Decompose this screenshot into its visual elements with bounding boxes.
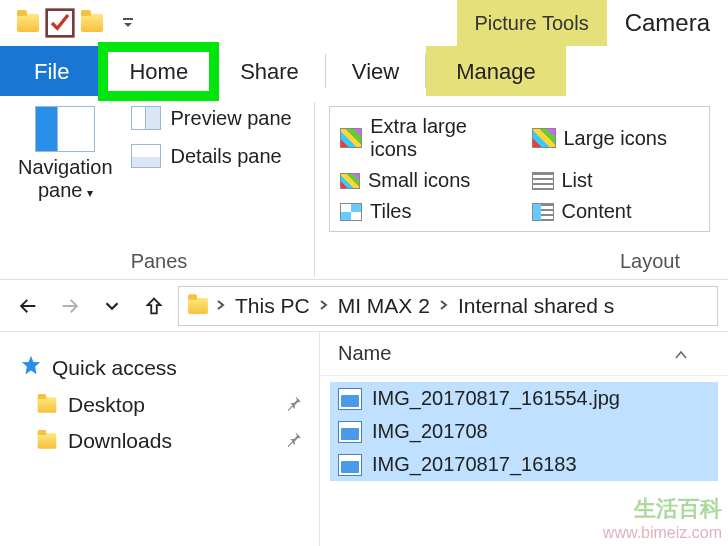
folder-app-icon (12, 7, 44, 39)
ribbon: Navigation pane▾ Preview pane Details pa… (0, 96, 728, 280)
properties-check-icon[interactable] (44, 7, 76, 39)
sidebar-quick-access-label: Quick access (52, 356, 177, 380)
tab-home-label: Home (129, 59, 188, 85)
layout-list[interactable]: List (532, 169, 700, 192)
forward-button[interactable] (52, 288, 88, 324)
watermark-line2: www.bimeiz.com (603, 524, 722, 542)
tab-manage[interactable]: Manage (426, 46, 566, 96)
tab-home[interactable]: Home (103, 46, 214, 96)
breadcrumb-device[interactable]: MI MAX 2 (334, 294, 434, 318)
file-row[interactable]: IMG_20170817_161554.jpg (330, 382, 718, 415)
address-bar[interactable]: This PC MI MAX 2 Internal shared s (178, 286, 718, 326)
sidebar-desktop-label: Desktop (68, 393, 145, 417)
preview-pane-icon (131, 106, 161, 130)
layout-small-icons[interactable]: Small icons (340, 169, 508, 192)
file-row[interactable]: IMG_201708 (330, 415, 718, 448)
image-file-icon (338, 388, 362, 410)
preview-pane-label: Preview pane (171, 107, 292, 130)
file-row[interactable]: IMG_20170817_16183 (330, 448, 718, 481)
back-button[interactable] (10, 288, 46, 324)
file-name: IMG_20170817_161554.jpg (372, 387, 620, 410)
panes-group-label: Panes (18, 244, 300, 273)
tiles-icon (340, 203, 362, 221)
layout-extra-large-icons[interactable]: Extra large icons (340, 115, 508, 161)
watermark: 生活百科 www.bimeiz.com (603, 494, 722, 542)
folder-icon (38, 397, 57, 412)
address-folder-icon (185, 293, 211, 319)
layout-group-label: Layout (329, 244, 710, 273)
navigation-toolbar: This PC MI MAX 2 Internal shared s (0, 280, 728, 332)
navigation-pane-label2: pane▾ (38, 179, 93, 202)
details-pane-icon (131, 144, 161, 168)
ribbon-group-layout: Extra large icons Large icons Small icon… (314, 102, 724, 277)
sidebar-downloads-label: Downloads (68, 429, 172, 453)
list-icon (532, 172, 554, 190)
layout-content[interactable]: Content (532, 200, 700, 223)
preview-pane-button[interactable]: Preview pane (131, 106, 292, 130)
recent-locations-button[interactable] (94, 288, 130, 324)
sort-indicator-icon (674, 342, 688, 365)
sidebar-quick-access[interactable]: Quick access (6, 348, 313, 387)
sidebar-desktop[interactable]: Desktop (6, 387, 313, 423)
up-button[interactable] (136, 288, 172, 324)
pin-icon (285, 429, 303, 453)
image-file-icon (338, 454, 362, 476)
ribbon-tabs: File Home Share View Manage (0, 46, 728, 96)
content-icon (532, 203, 554, 221)
tab-share[interactable]: Share (214, 46, 325, 96)
ribbon-group-panes: Navigation pane▾ Preview pane Details pa… (4, 102, 314, 277)
column-header-name-label: Name (338, 342, 391, 365)
details-pane-button[interactable]: Details pane (131, 144, 292, 168)
qat-customize-icon[interactable] (112, 7, 144, 39)
breadcrumb-storage[interactable]: Internal shared s (454, 294, 618, 318)
extra-large-icons-icon (340, 128, 362, 148)
window-title: Camera (607, 9, 728, 37)
navigation-pane-icon (35, 106, 95, 152)
svg-rect-1 (123, 18, 133, 20)
column-header-name[interactable]: Name (320, 332, 728, 376)
sidebar-downloads[interactable]: Downloads (6, 423, 313, 459)
pin-icon (285, 393, 303, 417)
breadcrumb-sep-icon[interactable] (215, 297, 227, 315)
layout-large-icons[interactable]: Large icons (532, 115, 700, 161)
folder-icon (38, 433, 57, 448)
watermark-line1: 生活百科 (603, 494, 722, 524)
navigation-pane-button[interactable]: Navigation pane▾ (18, 106, 113, 202)
breadcrumb-this-pc[interactable]: This PC (231, 294, 314, 318)
layout-tiles[interactable]: Tiles (340, 200, 508, 223)
file-name: IMG_201708 (372, 420, 488, 443)
tab-file[interactable]: File (0, 46, 103, 96)
title-bar: Picture Tools Camera (0, 0, 728, 46)
quick-access-star-icon (20, 354, 42, 381)
qat-folder-icon[interactable] (76, 7, 108, 39)
large-icons-icon (532, 128, 556, 148)
tab-view[interactable]: View (326, 46, 425, 96)
details-pane-label: Details pane (171, 145, 282, 168)
breadcrumb-sep-icon[interactable] (438, 297, 450, 315)
navigation-pane-label1: Navigation (18, 156, 113, 179)
small-icons-icon (340, 173, 360, 189)
image-file-icon (338, 421, 362, 443)
breadcrumb-sep-icon[interactable] (318, 297, 330, 315)
file-name: IMG_20170817_16183 (372, 453, 577, 476)
navigation-pane: Quick access Desktop Downloads (0, 332, 320, 546)
contextual-tab-label: Picture Tools (457, 0, 607, 46)
